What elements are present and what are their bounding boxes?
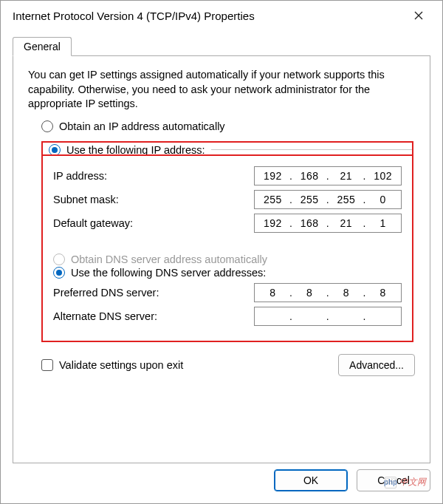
radio-label: Obtain DNS server address automatically [71, 253, 267, 265]
description-text: You can get IP settings assigned automat… [28, 68, 415, 112]
validate-label: Validate settings upon exit [59, 359, 183, 371]
radio-dns-manual[interactable]: Use the following DNS server addresses: [53, 267, 402, 279]
subnet-input[interactable]: 255. 255. 255. 0 [254, 190, 402, 209]
titlebar: Internet Protocol Version 4 (TCP/IPv4) P… [1, 1, 442, 30]
preferred-dns-label: Preferred DNS server: [53, 287, 254, 299]
checkbox-icon [41, 359, 53, 371]
radio-icon [49, 144, 61, 156]
ip-group-body: IP address: 192. 168. 21. 102 Subnet mas… [41, 156, 413, 248]
dns-section: Obtain DNS server address automatically … [41, 248, 413, 342]
close-icon [414, 11, 423, 20]
dialog-window: Internet Protocol Version 4 (TCP/IPv4) P… [0, 0, 443, 504]
tab-strip: General [13, 33, 430, 55]
tab-page-general: You can get IP settings assigned automat… [13, 55, 430, 463]
radio-icon [53, 267, 65, 279]
ip-group-header: Use the following IP address: [41, 141, 413, 156]
preferred-dns-input[interactable]: 8. 8. 8. 8 [254, 283, 402, 302]
close-button[interactable] [404, 4, 433, 27]
radio-ip-manual[interactable]: Use the following IP address: [46, 144, 208, 156]
validate-checkbox-row[interactable]: Validate settings upon exit [41, 359, 183, 371]
client-area: General You can get IP settings assigned… [1, 30, 442, 503]
radio-label: Use the following IP address: [66, 144, 205, 156]
radio-ip-auto[interactable]: Obtain an IP address automatically [41, 120, 415, 132]
radio-label: Obtain an IP address automatically [59, 120, 225, 132]
ok-button[interactable]: OK [274, 469, 348, 491]
subnet-label: Subnet mask: [53, 194, 254, 205]
ip-address-label: IP address: [53, 170, 254, 182]
radio-dns-auto: Obtain DNS server address automatically [53, 253, 402, 265]
field-gateway: Default gateway: 192. 168. 21. 1 [53, 214, 402, 233]
field-alternate-dns: Alternate DNS server: . . . [53, 307, 402, 326]
radio-icon [53, 253, 65, 265]
field-subnet-mask: Subnet mask: 255. 255. 255. 0 [53, 190, 402, 209]
field-ip-address: IP address: 192. 168. 21. 102 [53, 166, 402, 185]
window-title: Internet Protocol Version 4 (TCP/IPv4) P… [13, 10, 255, 22]
gateway-label: Default gateway: [53, 217, 254, 229]
alternate-dns-label: Alternate DNS server: [53, 310, 254, 322]
tab-general[interactable]: General [13, 37, 72, 56]
ip-manual-group: Use the following IP address: IP address… [28, 141, 415, 248]
dialog-button-row: OK Cancel php 中文网 [13, 463, 430, 491]
alternate-dns-input[interactable]: . . . [254, 307, 402, 326]
gateway-input[interactable]: 192. 168. 21. 1 [254, 214, 402, 233]
radio-icon [41, 120, 53, 132]
cancel-button[interactable]: Cancel [357, 469, 430, 491]
ip-address-input[interactable]: 192. 168. 21. 102 [254, 166, 402, 185]
advanced-button[interactable]: Advanced... [338, 354, 415, 376]
radio-label: Use the following DNS server addresses: [71, 267, 266, 279]
field-preferred-dns: Preferred DNS server: 8. 8. 8. 8 [53, 283, 402, 302]
